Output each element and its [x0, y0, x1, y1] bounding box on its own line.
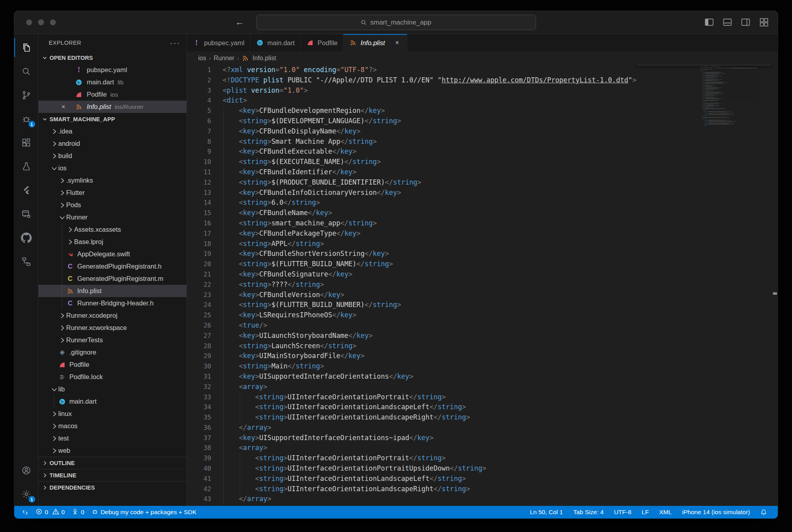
- ports-indicator[interactable]: 0: [68, 506, 88, 519]
- tree-item-.gitignore[interactable]: .gitignore: [38, 346, 187, 358]
- tree-item-Runner.xcworkspace[interactable]: Runner.xcworkspace: [38, 322, 187, 334]
- tree-item-RunnerTests[interactable]: RunnerTests: [38, 334, 187, 346]
- explorer-actions-button[interactable]: ···: [170, 38, 180, 48]
- sidebar-section-outline[interactable]: OUTLINE: [38, 457, 187, 469]
- activity-testing-icon[interactable]: [14, 154, 38, 178]
- status-iphone-14-ios-simulator-[interactable]: iPhone 14 (ios simulator): [677, 509, 755, 516]
- tab-Podfile[interactable]: Podfile: [301, 34, 344, 51]
- open-editor-pubspec.yaml[interactable]: ! pubspec.yaml: [38, 64, 187, 76]
- line-number: 4: [187, 95, 223, 106]
- file-label: Info.plist: [87, 103, 111, 111]
- breadcrumb-item[interactable]: Info.plist: [252, 55, 276, 62]
- status-lf[interactable]: LF: [637, 509, 654, 516]
- tree-item-macos[interactable]: macos: [38, 420, 187, 432]
- zoom-window-button[interactable]: [50, 19, 56, 25]
- activity-devtools-icon[interactable]: [14, 202, 38, 226]
- status-tab-size-4[interactable]: Tab Size: 4: [568, 509, 609, 516]
- activity-extensions-icon[interactable]: [14, 131, 38, 154]
- navigate-back-icon[interactable]: ←: [234, 17, 245, 28]
- line-number: 11: [187, 167, 223, 177]
- activity-account-icon[interactable]: [14, 458, 38, 482]
- open-editor-main.dart[interactable]: main.dart lib: [38, 76, 187, 88]
- status-utf-8[interactable]: UTF-8: [609, 509, 637, 516]
- open-editor-Podfile[interactable]: Podfile ios: [38, 88, 187, 101]
- tab-main.dart[interactable]: main.dart: [250, 34, 301, 51]
- minimap[interactable]: <?xml version="1.0" encoding="UTF-8"?><!…: [700, 66, 763, 133]
- tree-item-Base.lproj[interactable]: Base.lproj: [38, 236, 187, 248]
- tab-Info.plist[interactable]: Info.plist ×: [344, 34, 407, 51]
- tree-item-Assets.xcassets[interactable]: Assets.xcassets: [38, 223, 187, 236]
- remote-indicator[interactable]: [18, 506, 32, 519]
- tree-item-.symlinks[interactable]: .symlinks: [38, 174, 187, 187]
- toggle-secondary-sidebar-icon[interactable]: [740, 17, 751, 27]
- tree-item-Pods[interactable]: Pods: [38, 199, 187, 211]
- status-xml[interactable]: XML: [654, 509, 677, 516]
- activity-github-icon[interactable]: [14, 226, 38, 250]
- tree-label: android: [58, 140, 80, 147]
- activity-search-icon[interactable]: [14, 59, 38, 83]
- line-number: 30: [187, 361, 223, 372]
- tree-item-Runner.xcodeproj[interactable]: Runner.xcodeproj: [38, 309, 187, 322]
- tree-label: lib: [58, 385, 65, 393]
- tree-item-Podfile.lock[interactable]: Podfile.lock: [38, 371, 187, 383]
- command-center-search[interactable]: smart_machine_app: [256, 15, 536, 30]
- breadcrumb-item[interactable]: Runner: [214, 55, 234, 62]
- toggle-primary-sidebar-icon[interactable]: [704, 17, 714, 27]
- activity-flutter-icon[interactable]: [14, 178, 38, 202]
- tree-item-GeneratedPluginRegistrant.m[interactable]: CGeneratedPluginRegistrant.m: [38, 273, 187, 285]
- tree-item-linux[interactable]: linux: [38, 408, 187, 420]
- problems-indicator[interactable]: 0 0: [32, 506, 68, 519]
- notifications-bell-icon[interactable]: [755, 509, 772, 516]
- code-line: 30 <string>Main</string>: [187, 361, 778, 372]
- open-editor-Info.plist[interactable]: × Info.plist ios/Runner: [38, 101, 187, 113]
- activity-settings-icon[interactable]: 1: [14, 482, 38, 506]
- tree-item-android[interactable]: android: [38, 137, 187, 150]
- tree-item-.idea[interactable]: .idea: [38, 125, 187, 137]
- tree-item-test[interactable]: test: [38, 432, 187, 444]
- warning-count: 0: [61, 509, 65, 516]
- code-editor[interactable]: 1 <?xml version="1.0" encoding="UTF-8"?>…: [187, 65, 778, 506]
- customize-layout-icon[interactable]: [759, 17, 769, 27]
- code-line: 28 <string>LaunchScreen</string>: [187, 341, 778, 351]
- explorer-sidebar: EXPLORER ··· OPEN EDITORS ! pubspec.yaml…: [38, 34, 187, 506]
- tree-item-AppDelegate.swift[interactable]: AppDelegate.swift: [38, 248, 187, 260]
- pubspec-file-icon: !: [75, 66, 83, 74]
- project-root-header[interactable]: SMART_MACHINE_APP: [38, 113, 187, 125]
- activity-run-debug-icon[interactable]: 1: [14, 107, 38, 131]
- chevron-right-icon: [50, 410, 58, 418]
- tab-pubspec.yaml[interactable]: ! pubspec.yaml: [187, 34, 250, 51]
- tree-item-Runner[interactable]: Runner: [38, 211, 187, 223]
- vertical-scrollbar[interactable]: [772, 65, 778, 506]
- line-number: 16: [187, 218, 223, 229]
- tree-item-web[interactable]: web: [38, 444, 187, 457]
- activity-references-icon[interactable]: [14, 250, 38, 273]
- status-ln-50-col-1[interactable]: Ln 50, Col 1: [525, 509, 568, 516]
- tree-label: GeneratedPluginRegistrant.m: [77, 275, 163, 282]
- minimize-window-button[interactable]: [38, 19, 44, 25]
- close-window-button[interactable]: [26, 19, 32, 25]
- open-editors-header[interactable]: OPEN EDITORS: [38, 51, 187, 64]
- sidebar-section-timeline[interactable]: TIMELINE: [38, 469, 187, 481]
- toggle-panel-icon[interactable]: [722, 17, 733, 27]
- line-number: 27: [187, 331, 223, 341]
- tree-item-ios[interactable]: ios: [38, 162, 187, 174]
- code-line: 1 <?xml version="1.0" encoding="UTF-8"?>: [187, 65, 778, 75]
- activity-source-control-icon[interactable]: [14, 83, 38, 107]
- tree-item-Info.plist[interactable]: Info.plist: [38, 285, 187, 297]
- tab-label: Info.plist: [361, 39, 385, 47]
- debug-launch-config[interactable]: Debug my code + packages + SDK: [88, 506, 200, 519]
- tree-item-Podfile[interactable]: Podfile: [38, 358, 187, 371]
- tree-item-main.dart[interactable]: main.dart: [38, 395, 187, 408]
- tree-item-lib[interactable]: lib: [38, 383, 187, 395]
- tree-item-build[interactable]: build: [38, 150, 187, 162]
- close-icon[interactable]: ×: [59, 103, 68, 111]
- close-tab-icon[interactable]: ×: [393, 39, 401, 46]
- sidebar-section-dependencies[interactable]: DEPENDENCIES: [38, 481, 187, 494]
- badge: 1: [29, 496, 35, 503]
- line-number: 38: [187, 443, 223, 453]
- tree-item-Runner-Bridging-Header.h[interactable]: CRunner-Bridging-Header.h: [38, 297, 187, 309]
- activity-explorer-icon[interactable]: [14, 36, 38, 59]
- breadcrumb-item[interactable]: ios: [198, 55, 206, 62]
- tree-item-Flutter[interactable]: Flutter: [38, 187, 187, 199]
- tree-item-GeneratedPluginRegistrant.h[interactable]: CGeneratedPluginRegistrant.h: [38, 260, 187, 273]
